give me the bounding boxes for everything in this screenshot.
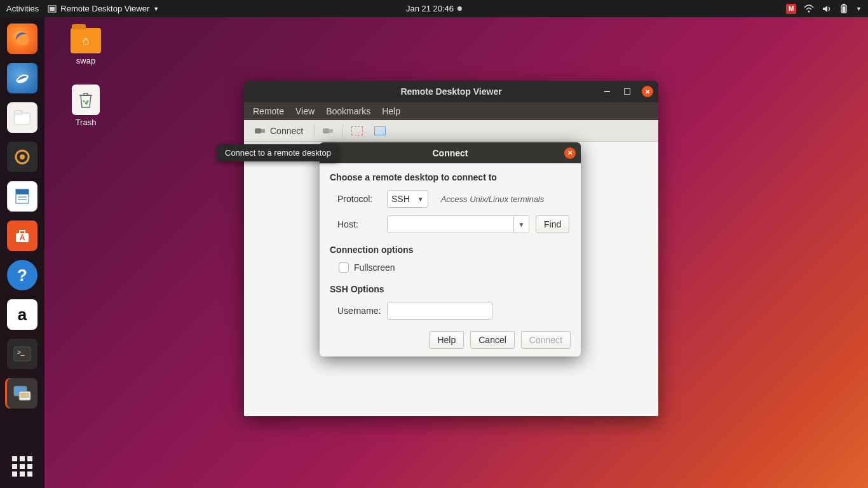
find-button[interactable]: Find bbox=[536, 215, 569, 233]
chevron-down-icon[interactable]: ▼ bbox=[856, 6, 862, 12]
connection-options-heading: Connection options bbox=[330, 245, 571, 255]
notification-dot-icon bbox=[458, 6, 462, 11]
connect-button[interactable]: Connect bbox=[521, 331, 571, 349]
svg-point-2 bbox=[808, 10, 810, 12]
activities-button[interactable]: Activities bbox=[6, 4, 39, 13]
menu-bookmarks[interactable]: Bookmarks bbox=[326, 106, 370, 116]
screenshot-icon bbox=[374, 126, 386, 135]
app-menu-label: Remote Desktop Viewer bbox=[60, 4, 149, 13]
protocol-value: SSH bbox=[391, 194, 410, 204]
dock-terminal[interactable]: >_ bbox=[7, 339, 37, 369]
window-title: Remote Desktop Viewer bbox=[400, 86, 501, 97]
dock-software[interactable]: A bbox=[7, 220, 37, 251]
home-icon: ⌂ bbox=[83, 34, 90, 48]
svg-text:A: A bbox=[20, 233, 25, 242]
checkbox-box-icon bbox=[339, 262, 349, 273]
chevron-down-icon: ▼ bbox=[519, 221, 525, 228]
dock-amazon[interactable]: a bbox=[7, 299, 37, 330]
dock-rhythmbox[interactable] bbox=[7, 142, 37, 172]
fullscreen-checkbox[interactable]: Fullscreen bbox=[339, 262, 571, 273]
protocol-hint: Access Unix/Linux terminals bbox=[441, 194, 545, 204]
svg-rect-21 bbox=[20, 393, 29, 398]
window-titlebar[interactable]: Remote Desktop Viewer bbox=[244, 81, 658, 102]
dock-thunderbird[interactable] bbox=[7, 63, 37, 93]
show-applications-button[interactable] bbox=[10, 454, 35, 479]
tray-app-icon[interactable]: M bbox=[786, 4, 796, 14]
dialog-close-button[interactable]: ✕ bbox=[564, 147, 576, 159]
host-combo[interactable]: ▼ bbox=[387, 215, 529, 233]
help-button[interactable]: Help bbox=[429, 331, 464, 349]
dock-writer[interactable] bbox=[7, 181, 37, 212]
menu-help[interactable]: Help bbox=[382, 106, 400, 116]
ssh-options-heading: SSH Options bbox=[330, 284, 571, 294]
svg-rect-12 bbox=[16, 189, 29, 194]
desktop-trash[interactable]: Trash bbox=[64, 85, 108, 127]
window-maximize-button[interactable] bbox=[621, 86, 633, 97]
dock-firefox[interactable] bbox=[7, 24, 37, 54]
toolbar-separator bbox=[314, 124, 315, 138]
protocol-select[interactable]: SSH ▼ bbox=[387, 190, 428, 208]
toolbar: Connect bbox=[244, 120, 658, 142]
toolbar-fullscreen-button[interactable] bbox=[348, 124, 366, 138]
svg-point-22 bbox=[83, 100, 85, 102]
dock-files[interactable] bbox=[7, 102, 37, 133]
dock-help[interactable]: ? bbox=[7, 260, 37, 290]
connect-dialog: Connect ✕ Choose a remote desktop to con… bbox=[320, 142, 581, 356]
window-close-button[interactable] bbox=[642, 86, 653, 97]
trash-icon bbox=[72, 85, 100, 115]
protocol-label: Protocol: bbox=[337, 194, 381, 204]
app-menu-icon bbox=[48, 4, 57, 13]
battery-icon[interactable] bbox=[839, 4, 848, 14]
app-menu[interactable]: Remote Desktop Viewer ▼ bbox=[48, 4, 159, 13]
dock-remote-desktop[interactable] bbox=[7, 378, 37, 409]
svg-text:>_: >_ bbox=[17, 349, 25, 356]
dialog-title: Connect bbox=[433, 148, 468, 158]
host-dropdown-button[interactable]: ▼ bbox=[513, 216, 529, 233]
menubar: Remote View Bookmarks Help bbox=[244, 102, 658, 120]
fullscreen-icon bbox=[351, 126, 363, 135]
toolbar-connect-button[interactable]: Connect bbox=[249, 123, 309, 139]
svg-rect-5 bbox=[843, 6, 846, 12]
tooltip: Connect to a remote desktop bbox=[217, 144, 339, 161]
desktop-item-label: swap bbox=[76, 56, 95, 65]
toolbar-disconnect-button[interactable] bbox=[320, 125, 337, 137]
username-label: Username: bbox=[337, 306, 381, 316]
window-minimize-button[interactable] bbox=[601, 86, 613, 97]
volume-icon[interactable] bbox=[822, 4, 832, 13]
dock: A ? a >_ bbox=[0, 17, 44, 488]
svg-point-10 bbox=[20, 154, 25, 159]
toolbar-screenshot-button[interactable] bbox=[371, 124, 389, 138]
svg-rect-8 bbox=[15, 111, 22, 114]
chevron-down-icon: ▼ bbox=[417, 196, 424, 203]
dialog-titlebar[interactable]: Connect ✕ bbox=[320, 142, 581, 163]
toolbar-connect-label: Connect bbox=[270, 126, 303, 136]
disconnect-icon bbox=[323, 127, 334, 135]
host-label: Host: bbox=[337, 219, 381, 229]
network-icon[interactable] bbox=[804, 4, 814, 13]
svg-rect-7 bbox=[15, 113, 30, 125]
host-input[interactable] bbox=[388, 216, 513, 233]
toolbar-separator bbox=[342, 124, 343, 138]
chevron-down-icon: ▼ bbox=[153, 6, 159, 12]
menu-view[interactable]: View bbox=[295, 106, 315, 116]
cancel-button[interactable]: Cancel bbox=[470, 331, 515, 349]
top-bar: Activities Remote Desktop Viewer ▼ Jan 2… bbox=[0, 0, 868, 17]
clock[interactable]: Jan 21 20:46 bbox=[406, 4, 462, 13]
username-input[interactable] bbox=[387, 302, 492, 320]
desktop-item-label: Trash bbox=[76, 118, 97, 127]
desktop-folder-swap[interactable]: ⌂ swap bbox=[64, 24, 108, 65]
folder-icon: ⌂ bbox=[71, 28, 101, 53]
fullscreen-label: Fullscreen bbox=[354, 262, 395, 273]
dialog-heading: Choose a remote desktop to connect to bbox=[330, 172, 571, 182]
connect-icon bbox=[255, 127, 266, 135]
menu-remote[interactable]: Remote bbox=[253, 106, 284, 116]
desktop-icons: ⌂ swap Trash bbox=[64, 24, 108, 127]
svg-rect-4 bbox=[843, 4, 845, 5]
svg-rect-1 bbox=[50, 7, 55, 11]
datetime-label: Jan 21 20:46 bbox=[406, 4, 454, 13]
